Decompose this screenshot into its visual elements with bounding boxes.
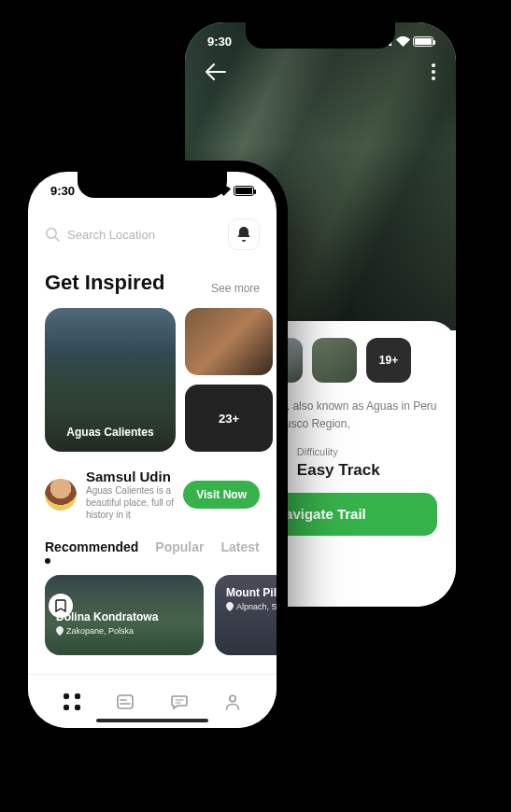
pin-icon: [56, 626, 64, 636]
profile-row: Samsul Udin Aguas Calientes is a beautif…: [45, 469, 260, 521]
status-time: 9:30: [207, 35, 232, 49]
inspire-card-main[interactable]: Aguas Calientes: [45, 308, 176, 452]
chat-icon: [170, 693, 189, 711]
battery-icon: [234, 186, 254, 196]
svg-point-1: [432, 70, 435, 74]
profile-description: Aguas Calientes is a beautiful place, fu…: [86, 484, 174, 521]
home-indicator: [96, 719, 208, 722]
battery-icon: [413, 36, 433, 47]
search-icon: [45, 227, 60, 242]
recommended-card-2[interactable]: Mount Pilatu Alpnach, Switz: [215, 575, 277, 655]
status-time: 9:30: [50, 184, 75, 198]
svg-line-4: [55, 237, 59, 241]
nav-explore[interactable]: [115, 692, 135, 712]
card-title: Mount Pilatu: [226, 586, 277, 599]
tab-latest[interactable]: Latest: [220, 539, 259, 554]
stat-difficulty-label: Difficulity: [297, 446, 380, 457]
avatar[interactable]: [45, 479, 77, 511]
card-location-text: Zakopane, Polska: [66, 626, 134, 636]
recommended-row: Dolina Kondratowa Zakopane, Polska Mount…: [45, 575, 260, 655]
pin-icon: [226, 602, 234, 611]
user-icon: [223, 693, 242, 711]
card-title: Dolina Kondratowa: [56, 610, 192, 623]
stat-difficulty-value: Easy Track: [297, 461, 380, 480]
svg-point-0: [432, 63, 435, 67]
thumbnail-3[interactable]: [312, 338, 357, 383]
notch: [246, 22, 395, 49]
bell-icon: [236, 226, 251, 243]
search-input[interactable]: Search Location: [45, 227, 219, 242]
grid-icon: [64, 693, 80, 710]
profile-name: Samsul Udin: [86, 469, 174, 484]
wifi-icon: [396, 36, 409, 46]
back-button[interactable]: [206, 63, 226, 85]
inspire-card-2[interactable]: [185, 308, 273, 375]
svg-point-6: [230, 695, 235, 701]
phone-home-screen: 9:30 Search Location Get Inspi: [28, 172, 277, 728]
visit-button[interactable]: Visit Now: [183, 481, 260, 509]
search-placeholder: Search Location: [67, 228, 155, 242]
card-location-text: Alpnach, Switz: [236, 602, 277, 611]
card-location: Zakopane, Polska: [56, 626, 192, 636]
svg-rect-5: [118, 695, 133, 708]
inspire-card-more[interactable]: 23+: [185, 385, 273, 452]
nav-home[interactable]: [62, 692, 82, 712]
phone-home: 9:30 Search Location Get Inspi: [17, 161, 288, 739]
recommended-card-1[interactable]: Dolina Kondratowa Zakopane, Polska: [45, 575, 204, 655]
card-location: Alpnach, Switz: [226, 602, 277, 611]
page-title: Get Inspired: [45, 271, 164, 295]
nav-messages[interactable]: [169, 692, 190, 712]
tab-recommended[interactable]: Recommended: [45, 539, 138, 554]
inspire-grid: Aguas Calientes 23+: [45, 308, 260, 452]
tab-popular[interactable]: Popular: [155, 539, 204, 554]
tabs: Recommended Popular Latest: [45, 539, 260, 554]
svg-point-2: [432, 77, 435, 80]
thumbnail-more[interactable]: 19+: [366, 338, 411, 383]
more-button[interactable]: [432, 63, 435, 80]
nav-profile[interactable]: [222, 692, 243, 712]
notifications-button[interactable]: [228, 218, 260, 250]
see-more-link[interactable]: See more: [211, 282, 260, 295]
map-icon: [116, 693, 135, 711]
stat-difficulty: Difficulity Easy Track: [297, 446, 380, 480]
notch: [78, 172, 227, 198]
inspire-card-main-caption: Aguas Calientes: [45, 426, 176, 439]
